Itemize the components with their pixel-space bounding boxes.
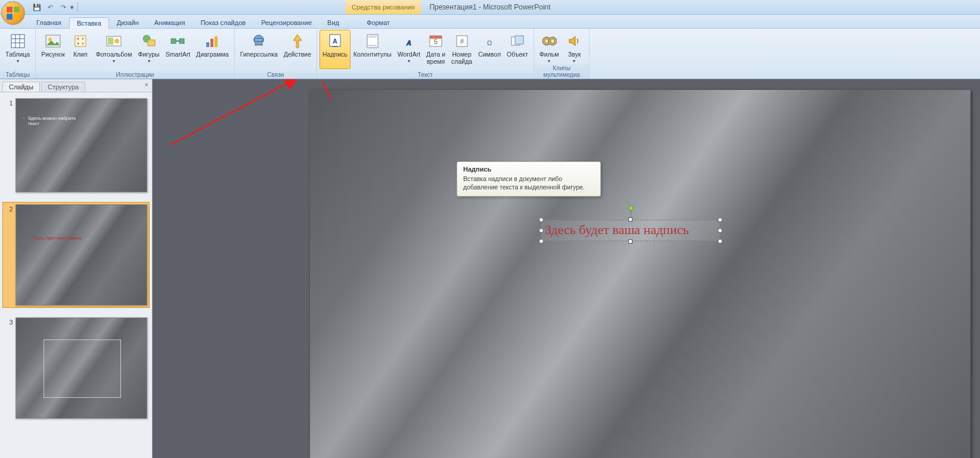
svg-rect-17 — [108, 38, 113, 45]
annotation-arrows — [153, 79, 331, 169]
slidenum-icon: # — [452, 32, 472, 51]
svg-point-12 — [77, 38, 79, 40]
wordart-button[interactable]: AWordArt▾ — [395, 30, 423, 69]
group-tables: Таблица ▾ Таблицы — [0, 29, 36, 79]
slide-thumbnails: 1 Здесь можно набрать текст 2 Здесь буде… — [0, 92, 152, 458]
slidenum-button[interactable]: #Номер слайда — [448, 30, 475, 69]
group-media: Фильм▾ Звук▾ Клипы мультимедиа — [534, 29, 590, 79]
textbox-content[interactable]: Здесь будет ваша надпись — [545, 222, 689, 238]
tab-slides[interactable]: Слайды — [2, 82, 40, 92]
svg-rect-4 — [11, 35, 24, 48]
resize-handle-tl[interactable] — [539, 217, 544, 222]
slide[interactable]: Здесь будет ваша надпись — [310, 90, 970, 458]
resize-handle-ml[interactable] — [539, 228, 544, 233]
tab-design[interactable]: Дизайн — [109, 17, 147, 28]
thumbnail-3[interactable]: 3 — [2, 315, 150, 421]
clip-button[interactable]: Клип — [68, 30, 93, 69]
tab-home[interactable]: Главная — [29, 17, 69, 28]
chart-button[interactable]: Диаграмма — [193, 30, 232, 69]
rotate-handle[interactable] — [628, 205, 634, 211]
textbox-icon: A — [325, 32, 345, 51]
sound-icon — [565, 32, 584, 51]
svg-text:#: # — [460, 38, 464, 45]
tab-format[interactable]: Формат — [359, 17, 398, 28]
tab-slideshow[interactable]: Показ слайдов — [193, 17, 253, 28]
headerfooter-button[interactable]: Колонтитулы — [351, 30, 395, 69]
tab-insert[interactable]: Вставка — [69, 17, 109, 29]
wordart-icon: A — [399, 32, 418, 51]
sound-button[interactable]: Звук▾ — [562, 30, 587, 69]
movie-button[interactable]: Фильм▾ — [536, 30, 562, 69]
resize-handle-bm[interactable] — [628, 239, 632, 244]
undo-icon[interactable]: ↶ — [44, 1, 56, 13]
movie-icon — [539, 32, 559, 51]
qat-dropdown-icon[interactable]: ▾ — [70, 4, 76, 11]
save-icon[interactable]: 💾 — [31, 1, 43, 13]
resize-handle-bl[interactable] — [539, 239, 544, 244]
window-title: Презентация1 - Microsoft PowerPoint — [429, 3, 550, 11]
resize-handle-br[interactable] — [718, 239, 722, 244]
group-text: AНадпись Колонтитулы AWordArt▾ 5Дата и в… — [317, 29, 534, 79]
svg-point-26 — [254, 35, 263, 45]
svg-rect-32 — [368, 36, 377, 38]
textbox-selection[interactable]: Здесь будет ваша надпись — [541, 220, 720, 241]
smartart-icon — [168, 32, 187, 51]
svg-rect-22 — [179, 39, 184, 43]
group-illustrations: Рисунок Клип Фотоальбом▾ Фигуры▾ SmartAr… — [36, 29, 234, 79]
resize-handle-tm[interactable] — [628, 217, 632, 222]
resize-handle-tr[interactable] — [718, 217, 722, 222]
symbol-button[interactable]: ΩСимвол — [475, 30, 504, 69]
object-button[interactable]: Объект — [504, 30, 531, 69]
tab-animation[interactable]: Анимация — [147, 17, 193, 28]
office-button[interactable] — [1, 1, 25, 25]
table-icon — [8, 32, 27, 51]
svg-text:A: A — [333, 38, 337, 45]
hyperlink-button[interactable]: Гиперссылка — [237, 30, 281, 69]
redo-icon[interactable]: ↷ — [57, 1, 69, 13]
svg-rect-25 — [215, 36, 218, 47]
svg-point-18 — [114, 39, 119, 43]
shapes-icon — [139, 32, 159, 51]
tab-view[interactable]: Вид — [320, 17, 347, 28]
shapes-button[interactable]: Фигуры▾ — [135, 30, 162, 69]
tooltip-body: Вставка надписи в документ либо добавлен… — [463, 175, 594, 191]
ribbon: Таблица ▾ Таблицы Рисунок Клип Фотоальбо… — [0, 29, 980, 79]
thumbnail-1[interactable]: 1 Здесь можно набрать текст — [2, 96, 150, 195]
datetime-icon: 5 — [426, 32, 445, 51]
group-links: Гиперссылка Действие Связи — [235, 29, 317, 79]
symbol-icon: Ω — [480, 32, 499, 51]
svg-rect-23 — [206, 42, 209, 47]
action-button[interactable]: Действие — [281, 30, 314, 69]
svg-rect-3 — [14, 14, 20, 20]
svg-rect-0 — [7, 7, 13, 13]
svg-rect-2 — [7, 14, 13, 20]
photoalbum-button[interactable]: Фотоальбом▾ — [93, 30, 135, 69]
svg-rect-21 — [171, 39, 176, 43]
svg-rect-24 — [210, 39, 213, 47]
table-button[interactable]: Таблица ▾ — [2, 30, 33, 69]
picture-button[interactable]: Рисунок — [38, 30, 68, 69]
svg-point-15 — [82, 43, 83, 45]
hyperlink-icon — [249, 32, 268, 51]
svg-rect-42 — [515, 36, 523, 44]
chart-icon — [203, 32, 222, 51]
svg-rect-11 — [75, 36, 86, 46]
datetime-button[interactable]: 5Дата и время — [423, 30, 448, 69]
ribbon-tabs: Главная Вставка Дизайн Анимация Показ сл… — [0, 15, 980, 29]
picture-icon — [44, 32, 63, 51]
main-area: Слайды Структура × 1 Здесь можно набрать… — [0, 79, 980, 458]
svg-text:A: A — [406, 39, 411, 46]
object-icon — [508, 32, 527, 51]
smartart-button[interactable]: SmartArt — [163, 30, 193, 69]
close-panel-icon[interactable]: × — [145, 81, 148, 88]
tooltip-title: Надпись — [463, 166, 594, 173]
textbox-button[interactable]: AНадпись — [320, 30, 351, 69]
tooltip: Надпись Вставка надписи в документ либо … — [457, 161, 601, 197]
thumbnail-2[interactable]: 2 Здесь будет ваша надпись — [2, 202, 150, 308]
resize-handle-mr[interactable] — [718, 228, 722, 233]
photoalbum-icon — [104, 32, 123, 51]
canvas[interactable]: Здесь будет ваша надпись Надпись Вставка… — [153, 79, 980, 458]
svg-text:Ω: Ω — [487, 39, 492, 46]
tab-outline[interactable]: Структура — [41, 82, 85, 92]
tab-review[interactable]: Рецензирование — [253, 17, 320, 28]
